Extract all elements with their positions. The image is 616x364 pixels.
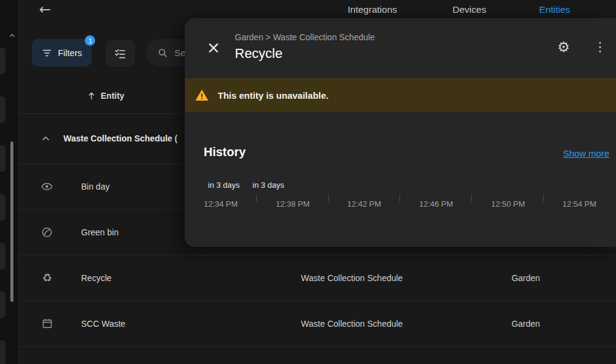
scrollbar-thumb[interactable] [10,141,13,302]
axis-tick [328,194,329,202]
entity-name: SCC Waste [81,301,126,346]
filters-count-badge: 1 [85,35,95,46]
arrow-up-icon [87,91,96,101]
chevron-up-icon[interactable] [8,30,16,41]
table-row[interactable]: SCC Waste Waste Collection Schedule Gard… [18,301,616,347]
rail-item[interactable] [0,194,5,221]
rail-item[interactable] [0,243,5,269]
history-state-label: in 3 days [252,180,284,190]
recycle-icon: ♻ [38,255,56,301]
more-menu-icon[interactable]: ⋮ [591,37,609,57]
time-tick-label: 12:50 PM [482,199,534,209]
rail-item[interactable] [0,48,5,74]
axis-tick [399,194,400,202]
table-row[interactable] [18,346,616,364]
entity-name: Bin day [81,163,110,209]
group-header-label: Waste Collection Schedule ( [63,134,177,143]
show-more-link[interactable]: Show more [563,148,609,159]
axis-tick [471,194,472,202]
breadcrumb: Garden > Waste Collection Schedule [235,32,374,42]
calendar-icon [38,301,56,346]
entity-dialog: × Garden > Waste Collection Schedule Rec… [185,18,616,247]
warning-text: This entity is unavailable. [218,90,329,101]
axis-tick [256,194,257,202]
dialog-title: Recycle [235,46,282,62]
history-state-label: in 3 days [208,180,240,190]
filter-icon [41,48,52,59]
time-tick-label: 12:42 PM [338,199,390,209]
warning-icon [195,88,209,102]
app-window: ← Integrations Devices Entities Filters … [0,0,616,364]
left-rail [0,0,19,364]
search-icon [157,48,168,59]
rail-item[interactable] [0,340,5,364]
integration-cell: Waste Collection Schedule [260,301,443,346]
integration-cell: Waste Collection Schedule [260,255,443,301]
history-title: History [204,145,246,159]
tab-devices[interactable]: Devices [453,4,486,15]
time-tick-label: 12:38 PM [267,199,318,209]
tab-integrations[interactable]: Integrations [348,4,397,15]
axis-tick [543,194,544,202]
chevron-up-icon [40,133,51,144]
unavailable-warning-banner: This entity is unavailable. [185,78,616,112]
checklist-icon [114,48,126,60]
time-tick-label: 12:54 PM [554,199,605,209]
back-arrow-icon[interactable]: ← [39,1,51,17]
close-icon[interactable]: × [204,37,223,57]
rail-item[interactable] [0,145,5,172]
search-value: Se [174,48,185,58]
sort-entity-header[interactable]: Entity [87,91,124,101]
filters-button-label: Filters [58,48,82,58]
entity-name: Recycle [81,255,112,301]
area-cell: Garden [477,301,575,346]
select-mode-button[interactable] [106,40,134,66]
rail-item[interactable] [0,96,5,123]
entity-name: Green bin [81,209,118,255]
leaf-circle-icon [38,209,56,255]
gear-icon[interactable]: ⚙ [553,37,574,57]
rail-item[interactable] [0,291,5,318]
tab-entities[interactable]: Entities [539,4,570,15]
time-tick-label: 12:46 PM [410,199,462,209]
eye-icon [38,163,56,209]
time-tick-label: 12:34 PM [195,199,246,209]
table-row[interactable]: ♻ Recycle Waste Collection Schedule Gard… [18,255,616,301]
filters-button[interactable]: Filters 1 [32,39,91,66]
entity-column-label: Entity [101,91,124,101]
area-cell: Garden [477,255,575,301]
